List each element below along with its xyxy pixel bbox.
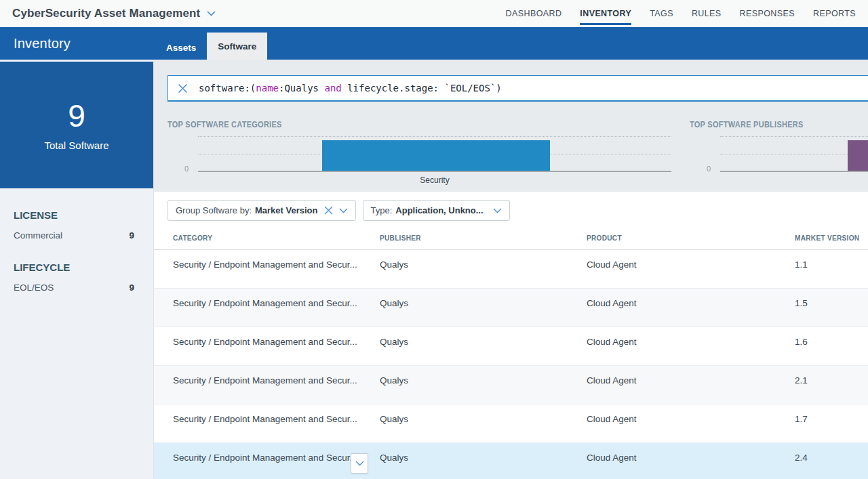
tab-software[interactable]: Software xyxy=(207,33,267,60)
plot-area xyxy=(720,136,868,172)
col-market-version[interactable]: MARKET VERSION xyxy=(795,234,859,242)
table-row[interactable]: Security / Endpoint Management and Secur… xyxy=(154,404,868,443)
x-axis-label: Security xyxy=(198,175,671,185)
chevron-down-icon[interactable] xyxy=(339,208,348,213)
header-tabs: Assets Software xyxy=(155,33,267,60)
cell-market-version: 2.1 xyxy=(795,375,868,404)
cell-category: Security / Endpoint Management and Secur… xyxy=(173,298,380,327)
type-filter-chip[interactable]: Type: Application, Unkno... xyxy=(363,200,510,221)
cell-market-version: 1.6 xyxy=(795,337,868,365)
cell-product: Cloud Agent xyxy=(587,259,795,288)
remove-group-by-icon[interactable] xyxy=(324,206,333,215)
nav-dashboard[interactable]: DASHBOARD xyxy=(506,2,562,25)
table-row[interactable]: Security / Endpoint Management and Secur… xyxy=(154,366,868,404)
nav-inventory[interactable]: INVENTORY xyxy=(580,2,631,25)
table-header: CATEGORY PUBLISHER PRODUCT MARKET VERSIO… xyxy=(154,224,868,250)
main-area: 9 Total Software LICENSE Commercial 9 LI… xyxy=(0,60,868,479)
query-text: software:(name:Qualys and lifecycle.stag… xyxy=(199,83,502,93)
cell-market-version: 1.5 xyxy=(795,298,868,327)
filter-chips: Group Software by: Market Version Type: … xyxy=(154,192,868,221)
cell-category: Security / Endpoint Management and Secur… xyxy=(173,337,380,365)
facet-count: 9 xyxy=(129,230,134,241)
lifecycle-section-title: LIFECYCLE xyxy=(14,262,134,273)
query-search-input[interactable]: software:(name:Qualys and lifecycle.stag… xyxy=(167,75,868,102)
app-switcher[interactable]: CyberSecurity Asset Management xyxy=(12,7,216,20)
cell-category: Security / Endpoint Management and Secur… xyxy=(173,414,380,442)
tab-assets[interactable]: Assets xyxy=(155,36,207,60)
gridline-10 xyxy=(720,136,868,137)
facet-count: 9 xyxy=(129,283,134,293)
sidebar: 9 Total Software LICENSE Commercial 9 LI… xyxy=(0,60,154,479)
sidebar-facets: LICENSE Commercial 9 LIFECYCLE EOL/EOS 9 xyxy=(0,209,153,293)
total-software-summary: 9 Total Software xyxy=(0,62,153,188)
col-category[interactable]: CATEGORY xyxy=(173,234,212,242)
gridline-10 xyxy=(198,136,671,137)
top-bar: CyberSecurity Asset Management DASHBOARD… xyxy=(0,0,868,27)
cell-product: Cloud Agent xyxy=(587,298,795,327)
page-title: Inventory xyxy=(14,36,71,51)
col-publisher[interactable]: PUBLISHER xyxy=(380,234,421,242)
total-software-label: Total Software xyxy=(44,140,108,151)
chip-value: Market Version xyxy=(255,205,318,215)
nav-reports[interactable]: REPORTS xyxy=(813,2,856,25)
content: software:(name:Qualys and lifecycle.stag… xyxy=(154,60,868,479)
top-navigation: DASHBOARD INVENTORY TAGS RULES RESPONSES… xyxy=(506,2,856,25)
cell-publisher: Qualys xyxy=(380,298,587,327)
nav-tags[interactable]: TAGS xyxy=(650,2,673,25)
chart-title: TOP SOFTWARE CATEGORIES xyxy=(167,120,282,129)
sidebar-item-commercial[interactable]: Commercial 9 xyxy=(14,230,134,241)
table-row[interactable]: Security / Endpoint Management and Secur… xyxy=(154,250,868,289)
cell-publisher: Qualys xyxy=(380,375,587,404)
cell-category: Security / Endpoint Management and Secur… xyxy=(173,259,380,288)
chip-prefix: Type: xyxy=(371,205,393,215)
cell-publisher: Qualys xyxy=(380,259,587,288)
sidebar-item-eol-eos[interactable]: EOL/EOS 9 xyxy=(14,283,134,293)
cell-market-version: 2.4 xyxy=(795,453,868,479)
clear-search-icon[interactable] xyxy=(178,83,188,93)
y-axis-zero-label: 0 xyxy=(167,165,198,172)
table-row-selected[interactable]: Security / Endpoint Management and Secur… xyxy=(154,443,868,479)
bar-security[interactable] xyxy=(322,140,550,171)
results-section: Group Software by: Market Version Type: … xyxy=(154,192,868,479)
group-software-by-chip[interactable]: Group Software by: Market Version xyxy=(167,200,356,221)
top-software-categories-chart: TOP SOFTWARE CATEGORIES 0 Security xyxy=(167,118,685,185)
facet-label: EOL/EOS xyxy=(14,283,54,293)
search-charts-strip: software:(name:Qualys and lifecycle.stag… xyxy=(154,60,868,192)
bar-publisher[interactable] xyxy=(848,140,868,171)
cell-market-version: 1.7 xyxy=(795,414,868,442)
cell-publisher: Qualys xyxy=(380,414,587,442)
expand-row-button[interactable] xyxy=(351,453,368,474)
chip-value: Application, Unkno... xyxy=(395,205,483,215)
chevron-down-icon xyxy=(207,11,216,16)
cell-category: Security / Endpoint Management and Secur… xyxy=(173,375,380,404)
table-row[interactable]: Security / Endpoint Management and Secur… xyxy=(154,327,868,366)
nav-responses[interactable]: RESPONSES xyxy=(740,2,795,25)
top-software-publishers-chart: TOP SOFTWARE PUBLISHERS 0 xyxy=(690,118,868,172)
plot-area xyxy=(198,136,671,172)
col-product[interactable]: PRODUCT xyxy=(587,234,622,242)
chevron-down-icon[interactable] xyxy=(493,208,502,213)
gridline-5 xyxy=(720,154,868,154)
cell-product: Cloud Agent xyxy=(587,375,795,404)
chip-prefix: Group Software by: xyxy=(176,205,252,215)
cell-category: Security / Endpoint Management and Secur… xyxy=(173,453,380,479)
cell-publisher: Qualys xyxy=(380,453,587,479)
total-software-count: 9 xyxy=(68,99,85,133)
cell-publisher: Qualys xyxy=(380,337,587,365)
license-section-title: LICENSE xyxy=(14,209,134,221)
chevron-down-icon xyxy=(355,461,364,466)
chart-title: TOP SOFTWARE PUBLISHERS xyxy=(690,120,804,129)
cell-product: Cloud Agent xyxy=(587,337,795,365)
page-header: Inventory Assets Software xyxy=(0,27,868,60)
cell-product: Cloud Agent xyxy=(587,453,795,479)
table-row[interactable]: Security / Endpoint Management and Secur… xyxy=(154,289,868,327)
y-axis-zero-label: 0 xyxy=(690,165,720,172)
cell-market-version: 1.1 xyxy=(795,259,868,288)
cell-product: Cloud Agent xyxy=(587,414,795,442)
facet-label: Commercial xyxy=(14,230,62,241)
app-title: CyberSecurity Asset Management xyxy=(12,7,200,20)
nav-rules[interactable]: RULES xyxy=(692,2,722,25)
